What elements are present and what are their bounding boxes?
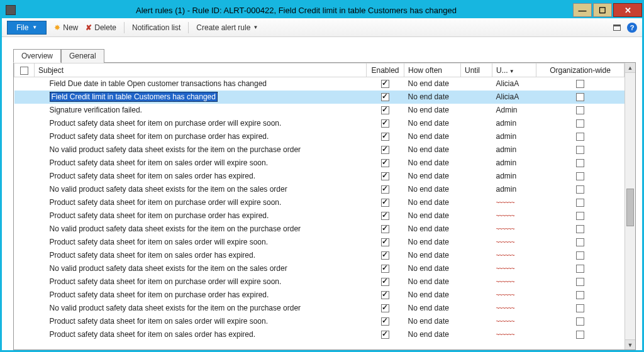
cell-org[interactable] bbox=[536, 209, 625, 223]
enabled-checkbox[interactable] bbox=[381, 119, 389, 128]
org-checkbox[interactable] bbox=[576, 331, 584, 339]
org-checkbox[interactable] bbox=[576, 133, 584, 141]
column-header-subject[interactable]: Subject bbox=[35, 63, 367, 77]
file-menu-button[interactable]: File ▼ bbox=[7, 21, 47, 35]
cell-subject[interactable]: Signature verification failed. bbox=[35, 104, 367, 117]
org-checkbox[interactable] bbox=[576, 251, 584, 260]
cell-subject[interactable]: Product safety data sheet for item on pu… bbox=[35, 117, 367, 130]
enabled-checkbox[interactable] bbox=[381, 93, 389, 101]
cell-subject[interactable]: Field Credit limit in table Customers ha… bbox=[35, 91, 367, 104]
cell-org[interactable] bbox=[536, 104, 625, 117]
cell-subject[interactable]: Product safety data sheet for item on pu… bbox=[35, 289, 367, 302]
org-checkbox[interactable] bbox=[576, 225, 584, 233]
cell-enabled[interactable] bbox=[367, 117, 404, 130]
enabled-checkbox[interactable] bbox=[381, 331, 389, 339]
org-checkbox[interactable] bbox=[576, 159, 584, 167]
scroll-down-icon[interactable]: ▼ bbox=[625, 339, 635, 349]
org-checkbox[interactable] bbox=[576, 185, 584, 194]
enabled-checkbox[interactable] bbox=[381, 238, 389, 246]
org-checkbox[interactable] bbox=[576, 106, 584, 114]
cell-enabled[interactable] bbox=[367, 209, 404, 223]
cell-org[interactable] bbox=[536, 91, 625, 104]
tab-general[interactable]: General bbox=[61, 49, 104, 63]
cell-org[interactable] bbox=[536, 328, 625, 341]
cell-enabled[interactable] bbox=[367, 183, 404, 196]
org-checkbox[interactable] bbox=[576, 317, 584, 326]
close-button[interactable]: ✕ bbox=[613, 3, 642, 17]
table-row[interactable]: No valid product safety data sheet exist… bbox=[14, 262, 625, 275]
cell-subject[interactable]: Product safety data sheet for item on sa… bbox=[35, 315, 367, 328]
cell-enabled[interactable] bbox=[367, 104, 404, 117]
enabled-checkbox[interactable] bbox=[381, 146, 389, 154]
org-checkbox[interactable] bbox=[576, 146, 584, 154]
column-header-user[interactable]: U...▼ bbox=[492, 63, 536, 77]
table-row[interactable]: Product safety data sheet for item on sa… bbox=[14, 328, 625, 341]
delete-button[interactable]: ✘ Delete bbox=[86, 23, 116, 32]
enabled-checkbox[interactable] bbox=[381, 265, 389, 273]
table-row[interactable]: Field Due date in table Open customer tr… bbox=[14, 77, 625, 91]
scroll-up-icon[interactable]: ▲ bbox=[625, 63, 635, 73]
cell-enabled[interactable] bbox=[367, 91, 404, 104]
cell-org[interactable] bbox=[536, 223, 625, 236]
table-row[interactable]: Product safety data sheet for item on sa… bbox=[14, 157, 625, 170]
table-row[interactable]: Product safety data sheet for item on pu… bbox=[14, 275, 625, 289]
enabled-checkbox[interactable] bbox=[381, 199, 389, 207]
enabled-checkbox[interactable] bbox=[381, 212, 389, 220]
org-checkbox[interactable] bbox=[576, 80, 584, 88]
cell-subject[interactable]: Product safety data sheet for item on sa… bbox=[35, 249, 367, 262]
enabled-checkbox[interactable] bbox=[381, 80, 389, 88]
table-row[interactable]: Product safety data sheet for item on pu… bbox=[14, 289, 625, 302]
cell-org[interactable] bbox=[536, 315, 625, 328]
minimize-button[interactable]: — bbox=[573, 3, 592, 17]
create-alert-rule-button[interactable]: Create alert rule ▼ bbox=[196, 23, 258, 32]
cell-subject[interactable]: Product safety data sheet for item on sa… bbox=[35, 236, 367, 249]
table-row[interactable]: Product safety data sheet for item on pu… bbox=[14, 209, 625, 223]
cell-enabled[interactable] bbox=[367, 262, 404, 275]
cell-subject[interactable]: No valid product safety data sheet exist… bbox=[35, 223, 367, 236]
notification-list-button[interactable]: Notification list bbox=[132, 23, 180, 32]
help-icon[interactable]: ? bbox=[627, 23, 637, 33]
cell-org[interactable] bbox=[536, 77, 625, 91]
table-row[interactable]: No valid product safety data sheet exist… bbox=[14, 223, 625, 236]
cell-org[interactable] bbox=[536, 236, 625, 249]
enabled-checkbox[interactable] bbox=[381, 133, 389, 141]
cell-enabled[interactable] bbox=[367, 223, 404, 236]
cell-subject[interactable]: Product safety data sheet for item on sa… bbox=[35, 328, 367, 341]
cell-org[interactable] bbox=[536, 143, 625, 157]
org-checkbox[interactable] bbox=[576, 119, 584, 128]
column-header-until[interactable]: Until bbox=[461, 63, 492, 77]
cell-enabled[interactable] bbox=[367, 196, 404, 209]
scrollbar-thumb[interactable] bbox=[626, 189, 634, 226]
org-checkbox[interactable] bbox=[576, 278, 584, 286]
enabled-checkbox[interactable] bbox=[381, 291, 389, 299]
org-checkbox[interactable] bbox=[576, 199, 584, 207]
cell-subject[interactable]: Product safety data sheet for item on pu… bbox=[35, 275, 367, 289]
cell-subject[interactable]: No valid product safety data sheet exist… bbox=[35, 143, 367, 157]
table-row[interactable]: Product safety data sheet for item on pu… bbox=[14, 196, 625, 209]
cell-org[interactable] bbox=[536, 196, 625, 209]
cell-enabled[interactable] bbox=[367, 130, 404, 143]
table-row[interactable]: No valid product safety data sheet exist… bbox=[14, 143, 625, 157]
org-checkbox[interactable] bbox=[576, 172, 584, 180]
cell-subject[interactable]: Product safety data sheet for item on pu… bbox=[35, 209, 367, 223]
enabled-checkbox[interactable] bbox=[381, 172, 389, 180]
cell-org[interactable] bbox=[536, 170, 625, 183]
cell-enabled[interactable] bbox=[367, 302, 404, 315]
org-checkbox[interactable] bbox=[576, 291, 584, 299]
table-row[interactable]: No valid product safety data sheet exist… bbox=[14, 302, 625, 315]
new-button[interactable]: ✸ New bbox=[54, 23, 78, 32]
cell-org[interactable] bbox=[536, 157, 625, 170]
table-row[interactable]: Product safety data sheet for item on sa… bbox=[14, 315, 625, 328]
cell-enabled[interactable] bbox=[367, 77, 404, 91]
enabled-checkbox[interactable] bbox=[381, 159, 389, 167]
org-checkbox[interactable] bbox=[576, 265, 584, 273]
table-row[interactable]: Product safety data sheet for item on sa… bbox=[14, 170, 625, 183]
table-row[interactable]: No valid product safety data sheet exist… bbox=[14, 183, 625, 196]
cell-subject[interactable]: Product safety data sheet for item on pu… bbox=[35, 130, 367, 143]
cell-enabled[interactable] bbox=[367, 289, 404, 302]
select-all-checkbox[interactable] bbox=[20, 67, 28, 75]
cell-enabled[interactable] bbox=[367, 249, 404, 262]
cell-org[interactable] bbox=[536, 130, 625, 143]
cell-enabled[interactable] bbox=[367, 143, 404, 157]
cell-org[interactable] bbox=[536, 262, 625, 275]
